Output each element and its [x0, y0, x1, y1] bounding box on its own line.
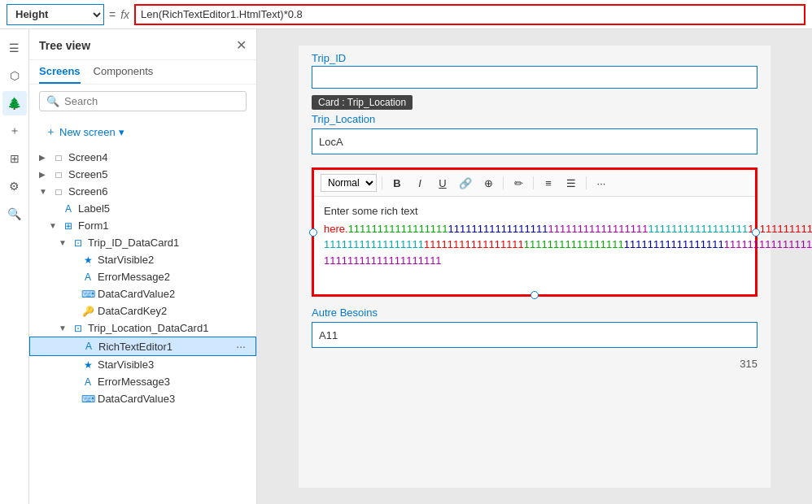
search-icon: 🔍: [46, 95, 59, 107]
data-icon-btn[interactable]: ⊞: [2, 146, 27, 171]
rte-divider: [382, 176, 382, 189]
rte-align-center-button[interactable]: ☰: [561, 173, 581, 193]
settings-icon-btn[interactable]: ⚙: [2, 174, 27, 198]
tree-header: Tree view ✕: [29, 29, 256, 60]
search-icon-btn[interactable]: 🔍: [2, 202, 27, 226]
tree-item-form1[interactable]: ▼ ⊞ Form1: [29, 217, 256, 234]
tree-item-errormessage2[interactable]: A ErrorMessage2: [29, 268, 256, 285]
input-icon: ⌨: [81, 289, 94, 300]
ellipsis-button[interactable]: ···: [236, 340, 246, 353]
label-icon: A: [81, 376, 94, 388]
tree-item-datacardkey2[interactable]: 🔑 DataCardKey2: [29, 302, 256, 319]
tree-item-errormessage3[interactable]: A ErrorMessage3: [29, 373, 256, 390]
datacard-icon: ⊡: [72, 237, 85, 249]
chevron-icon: ▼: [49, 221, 59, 230]
item-label: Trip_ID_DataCard1: [88, 237, 247, 249]
item-label: DataCardValue3: [98, 393, 247, 405]
rte-icon: A: [82, 341, 95, 352]
plus-icon-btn[interactable]: ＋: [2, 119, 27, 143]
tree-item-screen6[interactable]: ▼ □ Screen6: [29, 183, 256, 200]
item-label: DataCardValue2: [98, 288, 247, 300]
tree-item-starvisible2[interactable]: ★ StarVisible2: [29, 251, 256, 268]
tree-tabs: Screens Components: [29, 60, 256, 85]
card-tooltip-wrapper: Card : Trip_Location: [299, 92, 771, 106]
rte-toolbar: Normal B I U 🔗 ⊕ ✏ ≡ ☰ ···: [314, 170, 755, 197]
rte-container[interactable]: Normal B I U 🔗 ⊕ ✏ ≡ ☰ ···: [312, 167, 757, 297]
autre-besoins-section: Autre Besoins: [299, 303, 771, 354]
canvas-content: Trip_ID Card : Trip_Location Trip_Locati…: [299, 46, 771, 488]
rte-content[interactable]: Enter some rich text here.11111111111111…: [314, 197, 755, 294]
resize-handle-bottom[interactable]: [530, 291, 539, 299]
close-button[interactable]: ✕: [236, 37, 247, 53]
rte-italic-button[interactable]: I: [410, 173, 430, 193]
trip-id-section: Trip_ID: [299, 46, 771, 92]
item-label: StarVisible3: [98, 358, 247, 371]
rte-more2-button[interactable]: ···: [592, 173, 611, 193]
chevron-icon: ▶: [39, 153, 49, 162]
item-label: Label5: [78, 202, 247, 215]
screen-icon: □: [52, 152, 65, 163]
trip-id-label: Trip_ID: [312, 52, 757, 64]
hamburger-icon-btn[interactable]: ☰: [2, 36, 27, 60]
tree-item-trip-location-datacard[interactable]: ▼ ⊡ Trip_Location_DataCard1: [29, 319, 256, 337]
main-layout: ☰ ⬡ 🌲 ＋ ⊞ ⚙ 🔍 Tree view ✕ Screens Compon…: [0, 29, 812, 504]
chevron-icon: ▼: [59, 238, 68, 247]
trip-id-bar: [312, 66, 757, 89]
layers-icon-btn[interactable]: ⬡: [2, 63, 27, 88]
tree-item-richtexteditor1[interactable]: A RichTextEditor1 ···: [29, 337, 256, 356]
property-dropdown[interactable]: Height: [7, 4, 104, 25]
formula-bar[interactable]: [134, 4, 805, 25]
tree-item-starvisible3[interactable]: ★ StarVisible3: [29, 356, 256, 373]
new-screen-button[interactable]: ＋ New screen ▾: [39, 121, 247, 142]
datacard-icon: ⊡: [72, 323, 85, 334]
rte-format-select[interactable]: Normal: [321, 174, 377, 192]
rte-divider2: [503, 176, 504, 189]
fx-icon: fx: [120, 8, 129, 21]
tab-screens[interactable]: Screens: [39, 65, 81, 84]
resize-handle-right[interactable]: [752, 228, 760, 237]
tree-item-trip-id-datacard[interactable]: ▼ ⊡ Trip_ID_DataCard1: [29, 234, 256, 251]
label-icon: A: [81, 272, 94, 283]
tab-components[interactable]: Components: [94, 65, 154, 84]
resize-handle-left[interactable]: [309, 228, 317, 237]
autre-besoins-label: Autre Besoins: [312, 306, 757, 319]
tree-item-label5[interactable]: A Label5: [29, 200, 256, 217]
autre-besoins-input[interactable]: [312, 322, 757, 348]
item-label: RichTextEditor1: [98, 341, 229, 353]
rte-align-left-button[interactable]: ≡: [539, 173, 558, 193]
search-input[interactable]: [64, 95, 239, 107]
tree-item-screen5[interactable]: ▶ □ Screen5: [29, 166, 256, 183]
new-screen-label: New screen: [59, 126, 116, 138]
bottom-number: 315: [299, 354, 771, 373]
item-label: Screen4: [68, 151, 247, 163]
item-label: ErrorMessage2: [98, 271, 247, 283]
top-bar: Height = fx: [0, 0, 812, 29]
item-label: StarVisible2: [98, 254, 247, 266]
search-box: 🔍: [39, 91, 247, 111]
rte-underline-button[interactable]: U: [433, 173, 452, 193]
item-label: DataCardKey2: [98, 305, 247, 317]
rte-bold-button[interactable]: B: [387, 173, 407, 193]
tree-item-screen4[interactable]: ▶ □ Screen4: [29, 149, 256, 166]
rte-placeholder-text: Enter some rich text: [324, 203, 745, 219]
trip-location-input[interactable]: [312, 128, 757, 154]
tree-title: Tree view: [39, 39, 90, 52]
main-canvas[interactable]: Trip_ID Card : Trip_Location Trip_Locati…: [257, 29, 812, 504]
tree-item-datacardvalue3[interactable]: ⌨ DataCardValue3: [29, 390, 256, 407]
rte-clear-button[interactable]: ✏: [509, 173, 528, 193]
card-tooltip: Card : Trip_Location: [312, 95, 413, 110]
tree-list: ▶ □ Screen4 ▶ □ Screen5 ▼ □ Screen6 A La…: [29, 149, 256, 504]
star-icon: ★: [81, 359, 94, 371]
label-icon: A: [62, 203, 75, 215]
chevron-icon: ▼: [39, 187, 49, 196]
rte-more1-button[interactable]: ⊕: [478, 173, 498, 193]
chevron-icon: ▶: [39, 170, 49, 179]
tree-panel: Tree view ✕ Screens Components 🔍 ＋ New s…: [29, 29, 257, 504]
item-label: Screen6: [68, 185, 247, 198]
tree-icon-btn[interactable]: 🌲: [2, 91, 27, 115]
rte-link-button[interactable]: 🔗: [456, 173, 475, 193]
trip-location-section: Trip_Location: [299, 106, 771, 161]
tree-item-datacardvalue2[interactable]: ⌨ DataCardValue2: [29, 285, 256, 302]
chevron-down-icon: ▾: [119, 126, 124, 138]
form-icon: ⊞: [62, 220, 75, 232]
